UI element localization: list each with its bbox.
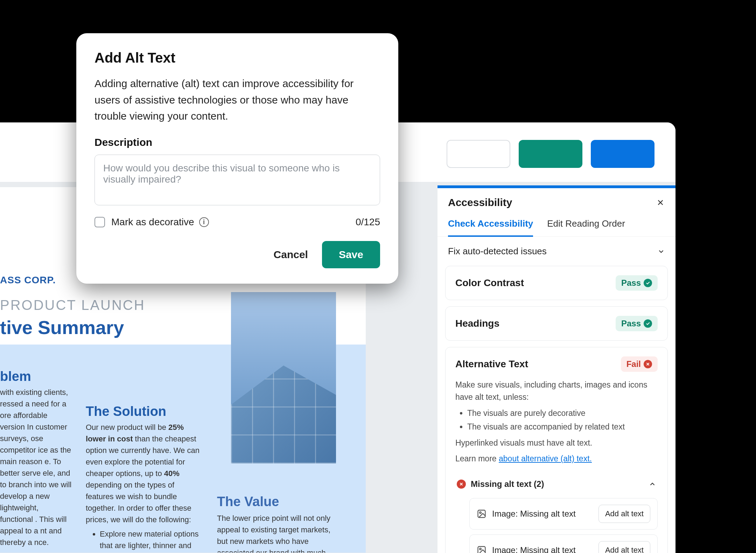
a11y-cards: Color Contrast Pass Headings Pass — [438, 266, 676, 553]
chevron-up-icon — [649, 480, 656, 488]
card-headings[interactable]: Headings Pass — [445, 306, 668, 341]
a11y-tabs: Check Accessibility Edit Reading Order — [438, 215, 676, 237]
tab-edit-reading-order[interactable]: Edit Reading Order — [547, 215, 625, 236]
missing-item-label: Image: Missing alt text — [492, 545, 593, 553]
alttext-hyperlink-note: Hyperlinked visuals must have alt text. — [455, 437, 658, 449]
description-label: Description — [94, 136, 380, 148]
doc-launch-label: PRODUCT LAUNCH — [0, 297, 145, 313]
learn-more-link[interactable]: about alternative (alt) text. — [499, 454, 592, 463]
x-circle-icon — [644, 360, 652, 368]
toolbar-button-teal[interactable] — [519, 140, 582, 168]
status-badge-fail: Fail — [621, 356, 658, 372]
doc-building-image[interactable] — [231, 292, 336, 463]
add-alt-text-dialog: Add Alt Text Adding alternative (alt) te… — [76, 33, 398, 284]
doc-body-value: The lower price point will not only appe… — [217, 512, 331, 553]
add-alt-text-button[interactable]: Add alt text — [598, 541, 650, 553]
dialog-help-text: Adding alternative (alt) text can improv… — [94, 76, 380, 125]
char-counter: 0/125 — [356, 217, 380, 228]
card-title: Headings — [455, 318, 499, 329]
missing-item-label: Image: Missing alt text — [492, 509, 593, 519]
check-circle-icon — [644, 279, 652, 287]
toolbar-button-blue[interactable] — [591, 140, 654, 168]
doc-heading-value: The Value — [217, 494, 279, 509]
description-textarea[interactable] — [94, 155, 380, 205]
card-body: Make sure visuals, including charts, ima… — [455, 379, 658, 465]
missing-item: Image: Missing alt text Add alt text — [469, 498, 658, 530]
dialog-options-row: Mark as decorative i 0/125 — [94, 217, 380, 228]
doc-body-problem: with existing clients, ressed a need for… — [0, 387, 72, 548]
card-title: Color Contrast — [455, 277, 524, 289]
dialog-title: Add Alt Text — [94, 50, 380, 66]
toolbar-button-outline[interactable] — [447, 140, 510, 168]
toolbar-buttons — [447, 140, 654, 168]
missing-alt-text-section: Missing alt text (2) Image: Missing alt … — [455, 472, 658, 553]
alttext-intro: Make sure visuals, including charts, ima… — [455, 379, 658, 403]
status-badge-pass: Pass — [616, 316, 658, 331]
svg-point-3 — [479, 548, 481, 550]
tab-check-accessibility[interactable]: Check Accessibility — [448, 215, 533, 237]
save-button[interactable]: Save — [322, 241, 380, 268]
missing-alt-text-header[interactable]: Missing alt text (2) — [455, 478, 658, 493]
alttext-bullet: The visuals are purely decorative — [467, 407, 658, 419]
doc-corp-name: ASS CORP. — [0, 275, 56, 286]
doc-solution-bullet: Explore new material options that are li… — [100, 528, 203, 553]
svg-rect-0 — [478, 510, 485, 518]
card-title: Alternative Text — [455, 359, 528, 370]
x-circle-icon — [457, 480, 466, 489]
image-icon — [477, 545, 486, 553]
fix-issues-label: Fix auto-detected issues — [448, 246, 547, 257]
svg-rect-2 — [478, 547, 485, 553]
card-alternative-text: Alternative Text Fail Make sure visuals,… — [445, 347, 668, 553]
image-icon — [477, 509, 486, 519]
status-badge-pass: Pass — [616, 275, 658, 291]
mark-decorative-checkbox[interactable] — [94, 217, 105, 227]
dialog-actions: Cancel Save — [94, 241, 380, 268]
missing-item: Image: Missing alt text Add alt text — [469, 534, 658, 553]
info-icon[interactable]: i — [199, 217, 209, 227]
cancel-button[interactable]: Cancel — [270, 244, 312, 265]
doc-body-solution: Our new product will be 25% lower in cos… — [86, 421, 203, 553]
doc-summary-heading: tive Summary — [0, 317, 124, 338]
fix-issues-header[interactable]: Fix auto-detected issues — [438, 237, 676, 266]
a11y-title: Accessibility — [448, 197, 512, 208]
card-color-contrast[interactable]: Color Contrast Pass — [445, 266, 668, 300]
alttext-bullet: The visuals are accompanied by related t… — [467, 421, 658, 433]
chevron-down-icon — [657, 248, 665, 255]
learn-more-prefix: Learn more — [455, 454, 499, 463]
mark-decorative-label: Mark as decorative — [111, 217, 194, 228]
missing-header-text: Missing alt text (2) — [471, 479, 544, 489]
doc-heading-solution: The Solution — [86, 404, 166, 419]
accessibility-panel: Accessibility Check Accessibility Edit R… — [438, 185, 676, 553]
a11y-header: Accessibility — [438, 188, 676, 215]
doc-heading-problem: blem — [0, 369, 31, 384]
add-alt-text-button[interactable]: Add alt text — [598, 505, 650, 523]
close-icon[interactable] — [656, 198, 665, 207]
svg-point-1 — [479, 512, 481, 513]
check-circle-icon — [644, 319, 652, 328]
